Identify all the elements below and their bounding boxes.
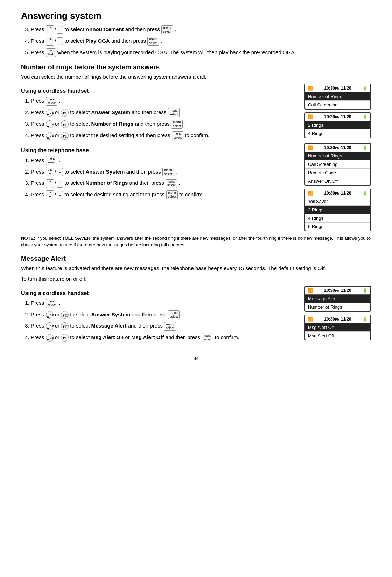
num-rings-label-2: Number of Rings <box>86 180 128 186</box>
answer-system-label-2: Answer System <box>86 169 125 175</box>
signal-icon-2: 📶 <box>308 114 313 119</box>
msg-alert-cordless-main: Using a cordless handset Press menuselec… <box>21 286 299 345</box>
cordless-step-1-2: Press ▲CID or ▼□ to select Answer System… <box>31 108 299 117</box>
answer-system-ma: Answer System <box>91 311 130 317</box>
disp-time-1: 10:30PM 11/20 <box>324 86 351 91</box>
message-alert-section: Message Alert When this feature is activ… <box>21 255 371 345</box>
disp-time-2: 10:30PM 11/20 <box>324 114 351 119</box>
base-step-2: Press CID+ / – to select Answer System a… <box>31 167 299 177</box>
minus-b1: – <box>57 168 63 176</box>
disp-item-6rings-4: 6 Rings <box>305 223 370 231</box>
battery-icon-4: 🔋 <box>362 191 368 196</box>
cid-btn-b3: CID+ / – <box>46 190 63 199</box>
minus-b2: – <box>57 180 63 188</box>
msg-alert-on-label: Msg Alert On <box>91 334 124 340</box>
num-rings-cordless-main: Using a cordless handset Press menuselec… <box>21 84 299 143</box>
display-num-rings-4: 📶 10:30PM 11/20 🔋 Toll Saver 2 Rings 4 R… <box>304 189 371 231</box>
menu-btn-b1: menuselect <box>46 156 58 165</box>
note-label: NOTE: <box>21 235 36 241</box>
menu-btn-b1-3: menuselect <box>166 179 177 188</box>
base-title-1: Using the telephone base <box>21 147 299 154</box>
cid-b2: CID+ <box>46 179 54 188</box>
cid-down-ma3: ▼□ <box>61 334 69 342</box>
base-step-4: Press CID+ / – to select the desired set… <box>31 190 299 199</box>
cid-btn-2: CID+ <box>46 37 54 46</box>
menu-btn-ma1: menuselect <box>46 299 58 308</box>
menu-btn-ma3: menuselect <box>164 322 176 331</box>
menu-btn-ma2: menuselect <box>168 310 180 319</box>
battery-icon-1: 🔋 <box>362 86 368 91</box>
note-paragraph: NOTE: If you select TOLL SAVER, the syst… <box>21 235 371 248</box>
disp-item-msg-alert-on: Msg Alert On <box>305 323 370 332</box>
num-rings-base-container: Using the telephone base Press menuselec… <box>21 143 371 231</box>
num-rings-cordless-displays: 📶 10:30PM 11/20 🔋 Number of Rings Call S… <box>304 84 371 138</box>
disp-time-4: 10:30PM 11/20 <box>324 191 351 196</box>
cordless-step-1-3: Press ▲CID or ▼□ to select Number of Rin… <box>31 119 299 129</box>
menu-btn-c1-4: menuselect <box>172 131 184 140</box>
announcement-label: Announcement <box>86 26 124 32</box>
msg-alert-displays: 📶 10:30PM 11/20 🔋 Message Alert Number o… <box>304 286 371 340</box>
step3-press: Press <box>31 26 46 32</box>
disp-item-call-screening-3: Call Screening <box>305 160 370 169</box>
cordless-step-1-1: Press menuselect . <box>31 96 299 106</box>
answer-system-label-1: Answer System <box>91 109 130 115</box>
cid-plus-minus-btn-1: CID+ / – <box>46 25 63 34</box>
disp-item-num-rings-ma: Number of Rings <box>305 303 370 311</box>
cid-b1: CID+ <box>46 168 54 177</box>
minus-btn: – <box>57 26 63 34</box>
msg-alert-step-3: Press ▲CID or ▼□ to select Message Alert… <box>31 321 299 331</box>
disp-item-remote-code: Remote Code <box>305 169 370 177</box>
display-num-rings-3: 📶 10:30PM 11/20 🔋 Number of Rings Call S… <box>304 143 371 186</box>
cid-up-arrow-1: ▲CID <box>46 109 54 117</box>
menu-btn-b1-4: menuselect <box>166 190 178 199</box>
disp-item-answer-on-off: Answer On/Off <box>305 177 370 185</box>
intro-step-5: Press delflash when the system is playin… <box>31 48 371 57</box>
cid-down-arrow-3: ▼□ <box>61 132 69 140</box>
play-oga-label: Play OGA <box>86 38 110 44</box>
signal-icon-ma2: 📶 <box>308 317 313 322</box>
num-rings-label-1: Number of Rings <box>91 121 133 127</box>
disp-item-msg-alert-off: Msg Alert Off <box>305 332 370 340</box>
page-title: Answering system <box>21 10 371 21</box>
menu-btn-c1-2: menuselect <box>168 108 180 117</box>
disp-item-2rings-4: 2 Rings <box>305 206 370 214</box>
menu-btn-b1-2: menuselect <box>162 168 174 177</box>
message-alert-title: Message Alert <box>21 255 371 262</box>
cid-down-ma2: ▼□ <box>61 322 69 330</box>
cordless-title-1: Using a cordless handset <box>21 88 299 94</box>
signal-icon-ma1: 📶 <box>308 288 313 293</box>
disp-time-ma2: 10:30PM 11/20 <box>324 317 351 322</box>
battery-icon-2: 🔋 <box>362 114 368 119</box>
battery-icon-ma1: 🔋 <box>362 288 368 293</box>
signal-icon-1: 📶 <box>308 86 313 91</box>
cid-up-ma2: ▲CID <box>46 322 54 330</box>
msg-alert-step-1: Press menuselect . <box>31 298 299 308</box>
cid-up-ma1: ▲CID <box>46 311 54 319</box>
signal-icon-4: 📶 <box>308 191 313 196</box>
display-num-rings-1: 📶 10:30PM 11/20 🔋 Number of Rings Call S… <box>304 84 371 110</box>
disp-time-3: 10:30PM 11/20 <box>324 145 351 150</box>
base-step-3: Press CID+ / – to select Number of Rings… <box>31 178 299 188</box>
intro-step-4: Press CID+ / – to select Play OGA and th… <box>31 36 371 46</box>
disp-item-number-rings-1: Number of Rings <box>305 92 370 101</box>
cid-btn-b1: CID+ / – <box>46 168 63 177</box>
num-rings-title: Number of rings before the system answer… <box>21 63 371 71</box>
disp-item-2rings: 2 Rings <box>305 121 370 129</box>
base-step-1: Press menuselect . <box>31 156 299 165</box>
cordless-steps-1: Press menuselect . Press ▲CID or ▼□ to s… <box>31 96 299 140</box>
battery-icon-3: 🔋 <box>362 145 368 150</box>
msg-alert-cordless-title: Using a cordless handset <box>21 290 299 296</box>
disp-time-ma1: 10:30PM 11/20 <box>324 288 351 293</box>
disp-item-msg-alert: Message Alert <box>305 295 370 303</box>
menu-btn-c1-3: menuselect <box>171 120 183 129</box>
num-rings-base-main: Using the telephone base Press menuselec… <box>21 143 299 202</box>
note-text: If you select TOLL SAVER, the system ans… <box>21 235 371 248</box>
msg-alert-step-4: Press ▲CID or ▼□ to select Msg Alert On … <box>31 333 299 342</box>
cid-down-arrow-2: ▼□ <box>61 120 69 128</box>
menu-select-btn-1: menuselect <box>161 25 173 34</box>
cid-down-ma1: ▼□ <box>61 311 69 319</box>
minus-b3: – <box>57 191 63 199</box>
num-rings-cordless-container: Using a cordless handset Press menuselec… <box>21 84 371 143</box>
message-alert-desc1: When this feature is activated and there… <box>21 265 371 273</box>
cid-btn-b2: CID+ / – <box>46 179 63 188</box>
